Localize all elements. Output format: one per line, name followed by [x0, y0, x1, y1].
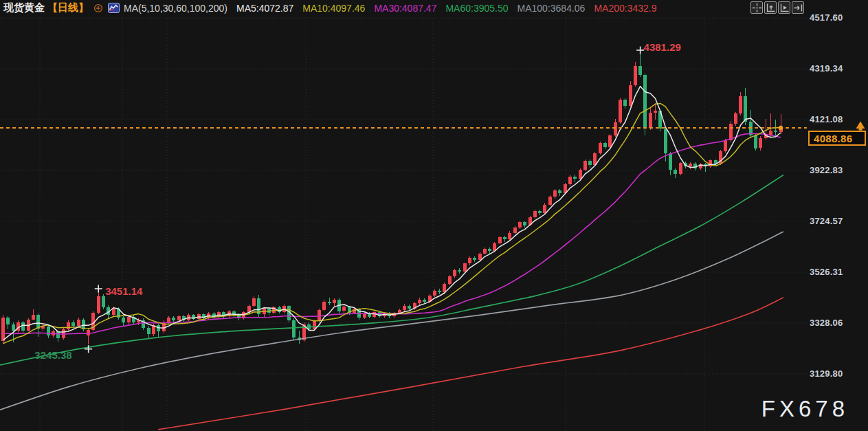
price-annotation: 3451.14 — [105, 285, 143, 297]
candle-body — [689, 164, 692, 167]
chart-toolbar — [750, 1, 804, 14]
candle-body — [599, 143, 602, 153]
candle-body — [754, 135, 757, 148]
high-cross-marker — [636, 46, 644, 54]
candle-body — [292, 320, 296, 338]
candle-body — [543, 205, 546, 213]
ma-line-ma5 — [3, 87, 781, 340]
candle-body — [342, 307, 346, 311]
candle-body — [548, 197, 552, 204]
circle-plus-icon[interactable] — [93, 3, 103, 13]
candle-body — [674, 170, 677, 174]
candle-body — [97, 296, 100, 313]
candle-body — [463, 263, 467, 272]
candle-body — [62, 329, 65, 338]
candle-body — [252, 298, 256, 306]
ma-value-ma100: MA100:3684.06 — [518, 3, 586, 14]
axis-tick-label: 4517.60 — [810, 12, 843, 23]
candle-body — [82, 320, 85, 329]
axis-tick-label: 3922.83 — [810, 165, 843, 175]
candlestick-chart-canvas[interactable]: 4381.293451.143245.38 — [0, 0, 868, 431]
candle-body — [538, 211, 542, 213]
candle-body — [739, 96, 742, 113]
candle-body — [664, 129, 667, 154]
candle-body — [679, 163, 682, 174]
ma-value-ma200: MA200:3432.9 — [594, 3, 656, 14]
candle-body — [669, 153, 672, 170]
candle-body — [498, 237, 502, 243]
candle-body — [172, 318, 175, 321]
candle-body — [333, 300, 336, 304]
high-cross-marker — [95, 285, 102, 293]
candle-body — [418, 300, 421, 304]
axis-tick-label: 3328.06 — [810, 318, 843, 328]
candle-body — [403, 306, 406, 310]
candle-body — [473, 258, 476, 260]
ma-line-ma30 — [3, 134, 781, 335]
candles-group — [1, 53, 783, 344]
candle-body — [724, 140, 727, 151]
candle-body — [488, 249, 491, 251]
crosshair-icon[interactable] — [750, 1, 763, 14]
candle-body — [433, 291, 436, 296]
timeframe-label[interactable]: 【日线】 — [47, 1, 89, 14]
price-up-arrow-icon — [856, 122, 865, 129]
last-price-tag: 4088.86 — [808, 131, 866, 146]
candle-body — [478, 254, 482, 260]
watermark: FX678 — [761, 396, 849, 422]
candle-body — [654, 111, 657, 113]
candle-body — [583, 161, 587, 170]
ma-line-ma60 — [0, 175, 783, 365]
go-to-latest-icon[interactable] — [792, 1, 804, 14]
axis-tick-label: 3129.80 — [810, 368, 843, 379]
candle-body — [6, 318, 10, 325]
candle-body — [513, 228, 517, 233]
candle-body — [122, 318, 125, 323]
price-annotation: 3245.38 — [34, 349, 71, 361]
candle-body — [32, 315, 35, 320]
candle-body — [533, 211, 537, 217]
ma-values-row: MA5:4072.87MA10:4097.46MA30:4087.47MA60:… — [227, 2, 656, 14]
candle-body — [167, 318, 170, 322]
axis-scale-up-icon[interactable] — [764, 1, 777, 14]
candle-body — [318, 310, 321, 321]
candle-body — [398, 310, 401, 313]
axis-tick-label: 3724.57 — [810, 216, 843, 226]
chart-header: 现货黄金 【日线】 MA(5,10,30,60,100,200) MA5:407… — [3, 0, 656, 16]
candle-body — [568, 177, 572, 184]
candle-body — [759, 138, 762, 148]
candle-body — [649, 113, 652, 128]
candle-body — [629, 85, 632, 106]
candle-body — [1, 318, 5, 341]
candle-body — [508, 233, 511, 239]
ma-value-ma5: MA5:4072.87 — [236, 3, 293, 14]
candle-body — [458, 270, 461, 272]
ma-value-ma30: MA30:4087.47 — [374, 3, 436, 14]
candle-body — [744, 96, 747, 122]
candle-body — [643, 75, 647, 128]
candle-body — [503, 237, 507, 239]
ma-value-ma10: MA10:4097.46 — [302, 3, 365, 14]
candle-body — [21, 322, 25, 330]
candle-body — [468, 258, 471, 263]
candle-body — [322, 302, 326, 309]
last-price-dot — [779, 126, 783, 130]
candle-body — [573, 177, 577, 179]
candle-body — [448, 276, 452, 284]
candle-body — [12, 324, 15, 331]
candle-body — [614, 122, 617, 135]
candle-body — [588, 161, 592, 165]
candle-body — [774, 131, 777, 132]
candle-body — [102, 296, 105, 307]
candle-body — [157, 325, 160, 331]
candle-body — [36, 315, 40, 328]
candle-body — [623, 100, 627, 106]
candle-body — [408, 306, 411, 309]
candle-body — [423, 300, 426, 302]
candle-body — [71, 322, 75, 326]
axis-scale-right-icon[interactable] — [778, 1, 790, 14]
symbol-title: 现货黄金 — [3, 1, 45, 14]
ma-line-ma100 — [0, 232, 783, 410]
candle-body — [579, 170, 582, 179]
candle-body — [518, 222, 522, 228]
